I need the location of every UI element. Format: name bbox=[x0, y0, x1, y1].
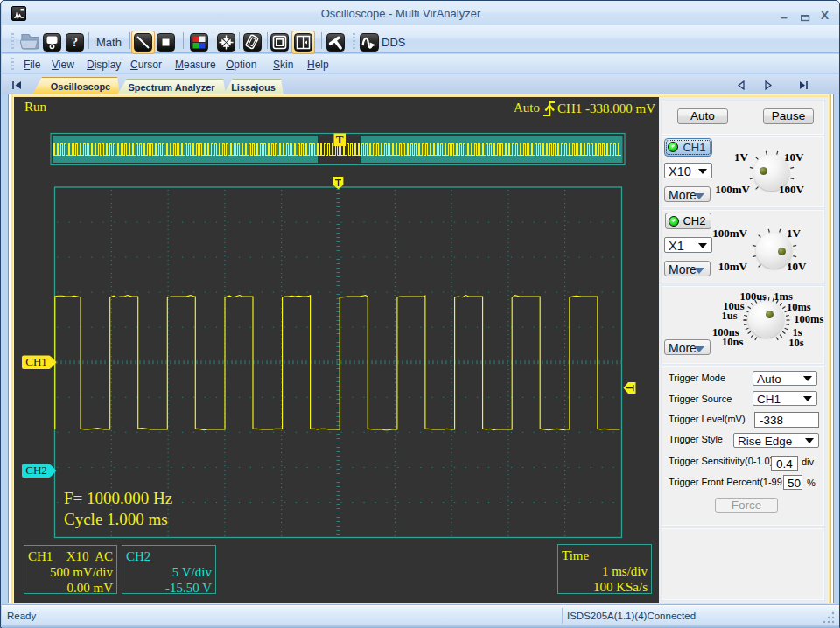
svg-text:CH2: CH2 bbox=[25, 464, 47, 477]
svg-text:CH1: CH1 bbox=[25, 355, 47, 368]
svg-text:T: T bbox=[336, 133, 344, 146]
